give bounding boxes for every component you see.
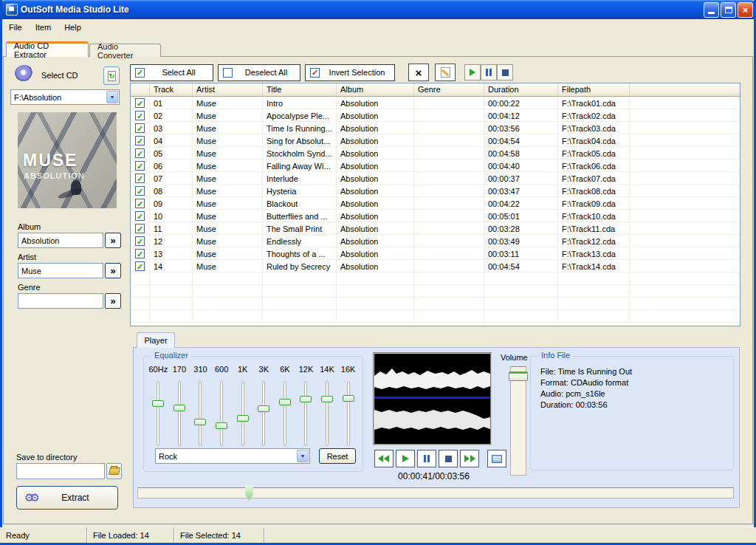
row-checkbox[interactable]: ✓ <box>131 235 150 247</box>
artist-field[interactable]: Muse <box>18 263 103 278</box>
row-checkbox[interactable]: ✓ <box>131 160 150 171</box>
minimize-button[interactable] <box>704 2 719 18</box>
row-checkbox[interactable]: ✓ <box>131 134 150 146</box>
rewind-button[interactable] <box>374 450 394 467</box>
table-row[interactable]: ✓12MuseEndlesslyAbsolution00:03:49F:\Tra… <box>131 235 740 247</box>
eq-slider-thumb[interactable] <box>343 395 354 402</box>
reset-button[interactable]: Reset <box>319 448 356 464</box>
refresh-button[interactable] <box>103 66 120 85</box>
table-row[interactable]: ✓03MuseTime Is Running...Absolution00:03… <box>131 122 740 134</box>
checked-checkbox-icon[interactable]: ✓ <box>135 136 145 145</box>
checked-checkbox-icon[interactable]: ✓ <box>135 249 145 258</box>
eq-slider-thumb[interactable] <box>279 399 291 405</box>
eq-slider-310[interactable] <box>193 377 207 453</box>
table-row[interactable] <box>131 310 740 323</box>
pause-button-toolbar[interactable] <box>481 64 497 80</box>
eq-slider-3k[interactable] <box>256 377 271 453</box>
row-checkbox[interactable]: ✓ <box>131 222 150 234</box>
eq-slider-thumb[interactable] <box>152 400 164 407</box>
eq-slider-thumb[interactable] <box>194 419 206 425</box>
preset-select[interactable]: Rock ▼ <box>155 448 310 464</box>
column-header-genre[interactable]: Genre <box>414 83 484 96</box>
row-checkbox[interactable]: ✓ <box>131 197 150 209</box>
title-bar[interactable]: OutSoft Media Studio Lite × <box>0 0 756 19</box>
column-header-0[interactable] <box>131 83 150 96</box>
eq-slider-thumb[interactable] <box>300 396 312 402</box>
volume-thumb[interactable] <box>509 371 528 381</box>
row-checkbox[interactable]: ✓ <box>131 147 150 159</box>
eq-slider-thumb[interactable] <box>173 405 185 411</box>
chevron-down-icon[interactable]: ▼ <box>106 91 118 103</box>
row-checkbox[interactable]: ✓ <box>131 122 150 134</box>
column-header-album[interactable]: Album <box>337 83 414 96</box>
row-checkbox[interactable]: ✓ <box>131 210 150 222</box>
eq-slider-thumb[interactable] <box>216 422 227 429</box>
deselect-all-button[interactable]: Deselect All <box>218 64 300 81</box>
stop-button[interactable] <box>439 450 458 467</box>
checked-checkbox-icon[interactable]: ✓ <box>135 236 145 246</box>
table-row[interactable] <box>131 285 740 298</box>
play-button[interactable] <box>396 450 415 467</box>
genre-more-button[interactable]: » <box>105 293 121 309</box>
menu-help[interactable]: Help <box>58 21 88 34</box>
checked-checkbox-icon[interactable]: ✓ <box>135 111 145 120</box>
row-checkbox[interactable]: ✓ <box>131 172 150 184</box>
volume-slider[interactable] <box>510 366 526 476</box>
browse-folder-button[interactable] <box>106 463 122 479</box>
seek-thumb[interactable] <box>245 485 253 501</box>
menu-file[interactable]: File <box>2 21 29 34</box>
eq-slider-thumb[interactable] <box>258 405 269 412</box>
album-more-button[interactable]: » <box>105 233 121 248</box>
tab-player[interactable]: Player <box>137 332 175 348</box>
checked-checkbox-icon[interactable]: ✓ <box>135 98 145 108</box>
table-row[interactable]: ✓05MuseStockholm Synd...Absolution00:04:… <box>131 147 740 160</box>
artist-more-button[interactable]: » <box>105 263 121 278</box>
checked-checkbox-icon[interactable]: ✓ <box>135 261 145 271</box>
row-checkbox[interactable]: ✓ <box>131 247 150 259</box>
checked-checkbox-icon[interactable]: ✓ <box>135 148 145 158</box>
tab-audio-cd-extractor[interactable]: Audio CD Extractor <box>6 41 89 57</box>
checked-checkbox-icon[interactable]: ✓ <box>135 186 145 196</box>
table-row[interactable]: ✓02MuseApocalypse Ple...Absolution00:04:… <box>131 109 740 122</box>
eq-slider-6k[interactable] <box>278 377 292 453</box>
table-row[interactable]: ✓04MuseSing for Absolut...Absolution00:0… <box>131 134 740 147</box>
invert-selection-button[interactable]: ✓ Invert Selection <box>305 64 395 81</box>
checked-checkbox-icon[interactable]: ✓ <box>135 123 145 133</box>
drive-select[interactable]: F:\Absolution ▼ <box>10 89 120 105</box>
eq-slider-170[interactable] <box>172 377 187 453</box>
table-row[interactable]: ✓13MuseThoughts of a ...Absolution00:03:… <box>131 247 740 260</box>
column-header-filepath[interactable]: Filepath <box>558 83 630 96</box>
close-button[interactable]: × <box>738 2 753 18</box>
eq-slider-1k[interactable] <box>236 377 250 453</box>
edit-button[interactable] <box>435 64 456 81</box>
menu-item[interactable]: Item <box>29 21 58 34</box>
delete-button[interactable]: × <box>408 64 429 81</box>
pause-button[interactable] <box>417 450 436 467</box>
row-checkbox[interactable]: ✓ <box>131 97 150 109</box>
table-row[interactable]: ✓11MuseThe Small PrintAbsolution00:03:28… <box>131 222 740 235</box>
column-header-title[interactable]: Title <box>263 83 337 96</box>
table-row[interactable]: ✓07MuseInterludeAbsolution00:00:37F:\Tra… <box>131 172 740 185</box>
column-header-track[interactable]: Track <box>150 83 193 96</box>
column-header-artist[interactable]: Artist <box>193 83 263 96</box>
eq-slider-16k[interactable] <box>341 377 356 453</box>
eq-slider-600[interactable] <box>214 377 229 453</box>
album-field[interactable]: Absolution <box>18 233 103 248</box>
playlist-button[interactable] <box>487 450 506 467</box>
maximize-button[interactable] <box>721 2 736 18</box>
table-row[interactable]: ✓09MuseBlackoutAbsolution00:04:22F:\Trac… <box>131 197 740 210</box>
eq-slider-14k[interactable] <box>320 377 334 453</box>
column-header-8[interactable] <box>630 83 740 96</box>
row-checkbox[interactable]: ✓ <box>131 109 150 121</box>
row-checkbox[interactable]: ✓ <box>131 185 150 196</box>
eq-slider-60hz[interactable] <box>151 377 165 453</box>
eq-slider-12k[interactable] <box>298 377 313 453</box>
chevron-down-icon[interactable]: ▼ <box>297 450 309 462</box>
checked-checkbox-icon[interactable]: ✓ <box>135 174 145 183</box>
table-row[interactable]: ✓10MuseButterflies and ...Absolution00:0… <box>131 210 740 222</box>
stop-button-toolbar[interactable] <box>497 64 513 80</box>
checked-checkbox-icon[interactable]: ✓ <box>135 224 145 233</box>
table-row[interactable] <box>131 298 740 310</box>
eq-slider-thumb[interactable] <box>237 415 249 422</box>
table-row[interactable]: ✓06MuseFalling Away Wi...Absolution00:04… <box>131 160 740 172</box>
